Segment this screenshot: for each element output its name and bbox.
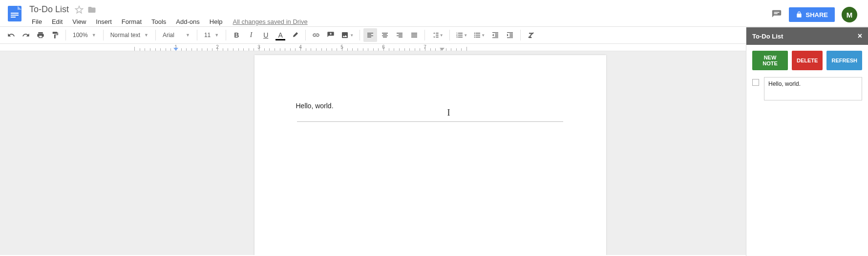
document-body-text[interactable]: Hello, world. [296,102,565,110]
addon-sidebar: To-Do List × NEW NOTE DELETE REFRESH Hel… [746,27,868,256]
horizontal-rule [297,121,563,122]
redo-button[interactable] [19,28,33,42]
star-icon[interactable] [75,5,84,14]
paint-format-button[interactable] [48,28,62,42]
sidebar-body: NEW NOTE DELETE REFRESH Hello, world. [746,45,868,256]
undo-button[interactable] [4,28,18,42]
document-title[interactable]: To-Do List [27,4,71,15]
title-area: To-Do List File Edit View Insert Format … [27,4,308,26]
underline-button[interactable]: U [259,28,273,42]
size-value: 11 [204,32,211,39]
decrease-indent-button[interactable] [488,28,502,42]
menu-tools[interactable]: Tools [147,17,170,26]
svg-rect-1 [11,13,19,14]
text-caret-icon [447,108,448,117]
refresh-button[interactable]: REFRESH [826,51,862,70]
note-row: Hello, world. [752,77,862,100]
menu-help[interactable]: Help [205,17,227,26]
insert-link-button[interactable] [309,28,323,42]
note-checkbox[interactable] [752,79,759,86]
left-indent-marker[interactable] [173,48,178,51]
toolbar: 100%▼ Normal text▼ Arial▼ 11▼ B I U A ▼ … [0,26,868,44]
account-avatar[interactable]: M [842,7,857,22]
menu-edit[interactable]: Edit [47,17,67,26]
svg-rect-2 [11,15,19,16]
sidebar-header: To-Do List × [746,27,868,45]
align-justify-button[interactable] [407,28,421,42]
note-text[interactable]: Hello, world. [764,77,862,100]
menu-insert[interactable]: Insert [91,17,116,26]
bulleted-list-button[interactable]: ▼ [471,28,487,42]
svg-rect-3 [11,17,16,18]
share-label: SHARE [805,11,828,19]
align-right-button[interactable] [393,28,406,42]
highlight-color-button[interactable] [288,28,302,42]
folder-move-icon[interactable] [87,5,96,14]
comments-icon[interactable] [771,9,782,20]
menu-format[interactable]: Format [117,17,146,26]
align-left-button[interactable] [363,28,377,42]
italic-button[interactable]: I [244,28,258,42]
sidebar-title: To-Do List [752,33,783,40]
font-value: Arial [163,32,174,39]
menu-bar: File Edit View Insert Format Tools Add-o… [27,17,308,26]
increase-indent-button[interactable] [503,28,517,42]
header-right: SHARE M [771,4,863,22]
insert-comment-button[interactable] [324,28,338,42]
align-center-button[interactable] [378,28,392,42]
font-size-select[interactable]: 11▼ [200,29,223,41]
right-margin-marker[interactable] [440,48,445,51]
font-family-select[interactable]: Arial▼ [159,29,194,41]
insert-image-button[interactable]: ▼ [339,28,356,42]
clear-formatting-button[interactable] [524,28,538,42]
share-button[interactable]: SHARE [789,7,835,22]
svg-rect-5 [774,12,780,13]
numbered-list-button[interactable]: ▼ [453,28,470,42]
print-button[interactable] [34,28,47,42]
docs-logo-icon[interactable] [5,4,24,23]
paragraph-style-select[interactable]: Normal text▼ [106,29,152,41]
line-spacing-button[interactable]: ▼ [428,28,446,42]
style-value: Normal text [110,32,140,39]
text-color-button[interactable]: A [274,28,287,42]
close-icon[interactable]: × [858,32,862,40]
menu-view[interactable]: View [68,17,90,26]
page[interactable]: Hello, world. [254,55,606,255]
svg-marker-4 [76,6,83,13]
menu-addons[interactable]: Add-ons [171,17,204,26]
svg-rect-6 [774,13,778,14]
save-status[interactable]: All changes saved in Drive [233,18,308,25]
bold-button[interactable]: B [230,28,243,42]
zoom-select[interactable]: 100%▼ [69,29,100,41]
zoom-value: 100% [73,32,88,39]
app-header: To-Do List File Edit View Insert Format … [0,0,868,26]
new-note-button[interactable]: NEW NOTE [752,51,788,70]
delete-button[interactable]: DELETE [792,51,823,70]
document-canvas[interactable]: Hello, world. [0,51,860,255]
lock-icon [796,11,803,18]
menu-file[interactable]: File [27,17,46,26]
ruler[interactable]: 1234567 [0,44,868,51]
main-area: Hello, world. [0,51,868,255]
